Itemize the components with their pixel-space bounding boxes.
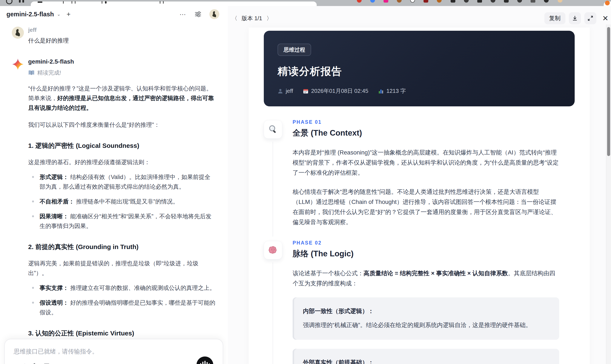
browser-edge-tab [604,1,611,6]
expand-button[interactable] [584,12,596,24]
meta-author: jeff [278,88,293,94]
assistant-paragraph: 我们可以从以下四个维度来衡量什么是“好的推理”： [28,120,216,130]
chat-message-list[interactable]: jeff 什么是好的推理 [0,22,228,364]
composer-divider [25,363,25,364]
extension-icon[interactable] [384,0,388,3]
extension-icon[interactable] [517,0,522,3]
user-message: jeff 什么是好的推理 [12,27,216,44]
attach-plus-button[interactable]: + [14,362,18,364]
copy-button[interactable]: 复制 [544,12,565,24]
section-intro: 这是推理的基石。好的推理必须遵循逻辑法则： [28,157,216,167]
magnifier-icon [264,120,282,139]
user-message-text: 什么是好的推理 [28,37,216,44]
book-icon [28,70,35,76]
extension-icon[interactable] [477,0,482,3]
phase-section-1: PHASE 01 全景 (The Context) 本内容是对“推理 (Reas… [264,119,575,227]
card-title: 外部真实性（前提基础）： [303,359,549,364]
gemini-star-icon [12,58,26,70]
report-badge: 思维过程 [278,44,311,56]
url-glyph [102,1,102,4]
assistant-status-text: 精读完成! [37,69,61,77]
extension-icon[interactable] [397,0,402,3]
skills-diamond-icon[interactable] [31,363,38,364]
extensions-grid-icon[interactable] [531,0,535,3]
report-page: 思维过程 精读分析报告 jeff 2 [249,27,590,364]
meta-date: 2026年01月08日 02:45 [303,87,368,95]
list-item: 事实支撑： 推理建立在可靠的数据、准确的观测或公认的真理之上。 [28,283,216,293]
more-options-icon[interactable]: ⋯ [180,11,186,18]
browser-address-bar[interactable] [31,1,317,6]
version-label: 版本 1/1 [242,15,262,22]
voice-input-button[interactable] [197,356,213,364]
phase-paragraph: 核心情境在于解决“思考的随意性”问题。不论是人类通过批判性思维进行决策，还是大语… [292,187,559,227]
report-hero-card: 思维过程 精读分析报告 jeff 2 [264,31,575,106]
user-avatar [12,27,24,39]
list-item: 假设透明： 好的推理会明确指明哪些是已知事实，哪些是基于可能的假设。 [28,298,216,317]
artifact-preview-panel: 〈 版本 1/1 〉 复制 ✕ [228,6,611,364]
extension-icon[interactable] [544,0,549,3]
extension-icon[interactable] [357,0,362,3]
dimension-card: 外部真实性（前提基础）： 强调推理的“经验校准”。解决“GIGO（垃圾进，垃圾出… [292,349,559,364]
phase-paragraph: 本内容是对“推理 (Reasoning)”这一抽象概念的高层建模。在知识爆炸与人… [292,147,559,178]
composer[interactable]: 思维接口已就绪，请传输指令。 + [4,339,223,364]
extension-icon[interactable] [504,0,509,3]
url-glyph [75,1,76,4]
extension-icon[interactable] [410,0,415,3]
extension-icon[interactable] [451,0,455,3]
report-meta: jeff 2026年01月08日 02:45 121 [278,87,561,95]
bookmark-icon[interactable] [44,363,50,364]
url-glyph [63,1,64,4]
phase-title: 脉络 (The Logic) [292,248,559,259]
url-glyph [105,1,107,4]
browser-glyph [19,0,21,3]
chevron-right-icon[interactable]: 〉 [266,15,272,22]
brain-icon [264,241,282,259]
close-preview-button[interactable]: ✕ [602,14,609,23]
browser-reload-icon[interactable] [6,0,13,4]
phase-label: PHASE 01 [292,119,559,125]
download-button[interactable] [569,12,581,24]
tab-menu-glyph [38,1,42,3]
profile-avatar-icon[interactable] [558,0,562,3]
new-chat-button[interactable]: + [67,10,71,18]
assistant-paragraph: “什么是好的推理？”这是一个涉及逻辑学、认知科学和哲学核心的问题。简单来说，好的… [28,84,216,113]
orange-blob-icon [605,1,610,5]
user-avatar[interactable] [209,9,219,19]
extension-icon[interactable] [464,0,469,3]
chevron-down-icon[interactable]: ⌄ [57,12,61,17]
chat-header: gemini-2.5-flash ⌄ + ⋯ [0,6,228,22]
browser-glyph [22,0,24,3]
preview-scrollbar[interactable] [606,25,611,364]
assistant-status: 精读完成! [28,69,216,77]
extension-icon[interactable] [370,0,375,3]
list-item: 因果清晰： 能准确区分“相关性”和“因果关系”，不会轻率地将先后发生的事情归为因… [28,212,216,231]
browser-strip [0,0,611,6]
model-selector[interactable]: gemini-2.5-flash [6,11,54,18]
scrollbar-thumb[interactable] [607,27,610,156]
composer-placeholder[interactable]: 思维接口已就绪，请传输指令。 [14,348,214,356]
phase-paragraph: 该论述基于一个核心公式：高质量结论 = 结构完整性 × 事实准确性 × 认知自律… [292,268,559,288]
extension-icon[interactable] [424,0,428,3]
preview-toolbar: 〈 版本 1/1 〉 复制 ✕ [232,12,608,25]
report-title: 精读分析报告 [278,65,561,78]
list-item: 不自相矛盾： 推理链条中不能出现“既是又非”的情况。 [28,197,216,207]
chevron-left-icon[interactable]: 〈 [232,15,237,22]
version-navigator: 〈 版本 1/1 〉 [232,15,272,22]
extension-icon[interactable] [437,0,442,3]
assistant-model-name: gemini-2.5-flash [28,58,216,65]
section-heading: 1. 逻辑的严密性 (Logical Soundness) [28,141,216,150]
settings-sliders-icon[interactable] [194,11,202,18]
dimension-card: 内部一致性（形式逻辑）： 强调推理的“机械正确”。结论必须在给定的规则系统内逻辑… [292,297,559,340]
person-icon [278,88,283,94]
chat-panel: gemini-2.5-flash ⌄ + ⋯ [0,6,228,364]
section-heading: 3. 认知的公正性 (Epistemic Virtues) [28,329,216,338]
report-content: 思维过程 精读分析报告 jeff 2 [249,27,590,364]
url-glyph [160,1,160,4]
calendar-icon [303,88,308,94]
user-name: jeff [28,27,216,33]
assistant-message: gemini-2.5-flash 精读完成! “什么是好的推理？”这是一个涉及逻… [12,58,216,364]
app-window: gemini-2.5-flash ⌄ + ⋯ [0,6,611,364]
card-title: 内部一致性（形式逻辑）： [303,307,549,315]
extension-icon[interactable] [491,0,495,3]
bullet-list: 事实支撑： 推理建立在可靠的数据、准确的观测或公认的真理之上。 假设透明： 好的… [28,283,216,317]
